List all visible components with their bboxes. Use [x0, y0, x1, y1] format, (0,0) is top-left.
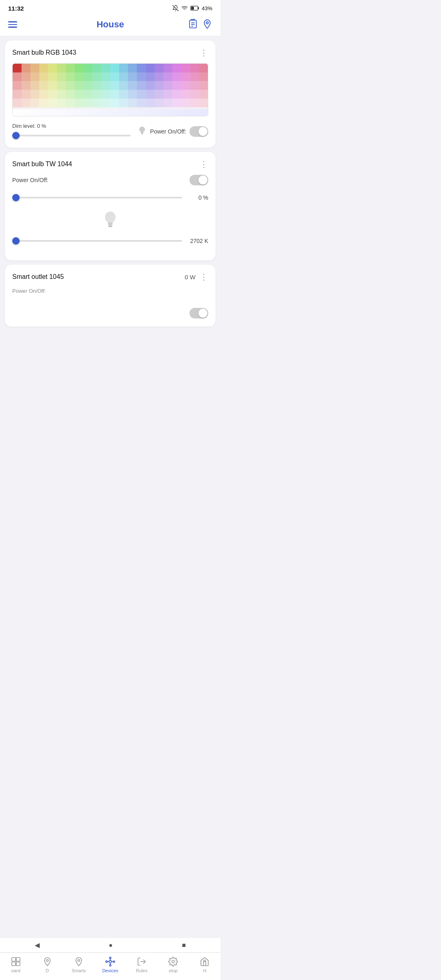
- card1-toggle-knob: [198, 127, 207, 136]
- svg-rect-16: [108, 225, 112, 227]
- card1-title: Smart bulb RGB 1043: [12, 49, 76, 56]
- card1-controls: Dim level: 0 % Power On/Off:: [12, 123, 208, 140]
- card3-more-options[interactable]: ⋮: [200, 272, 208, 282]
- power-label-wrap: Power On/Off:: [150, 128, 186, 135]
- card3-power-toggle[interactable]: [189, 308, 208, 318]
- svg-line-0: [173, 5, 179, 11]
- tw-bulb-icon: [100, 209, 120, 234]
- battery-percent: 43%: [202, 5, 212, 11]
- outlet-watt: 0 W: [185, 274, 196, 281]
- card3-content: Power On/Off:: [12, 287, 208, 308]
- card-rgb-bulb: Smart bulb RGB 1043 ⋮ Dim level: 0 %: [5, 40, 216, 148]
- dim-level-section: Dim level: 0 %: [12, 123, 131, 140]
- brightness-row: 0 %: [12, 194, 208, 202]
- color-temp-value: 2702 K: [188, 238, 208, 244]
- card1-more-options[interactable]: ⋮: [200, 48, 208, 58]
- brightness-track: [12, 197, 182, 198]
- card3-toggle-wrap: [12, 308, 208, 318]
- card3-header: Smart outlet 1045 0 W ⋮: [12, 272, 208, 282]
- hamburger-menu[interactable]: [8, 21, 17, 28]
- svg-rect-10: [141, 132, 143, 133]
- power-section: Power On/Off:: [137, 125, 208, 138]
- color-temp-track: [12, 240, 182, 242]
- status-time: 11:32: [8, 5, 24, 12]
- card3-toggle-knob: [198, 309, 207, 318]
- svg-rect-15: [108, 224, 113, 225]
- header-right: [188, 19, 212, 30]
- card1-power-label: Power On/Off:: [150, 128, 186, 135]
- svg-rect-17: [109, 226, 112, 227]
- svg-point-9: [139, 127, 145, 132]
- card1-power-toggle[interactable]: [189, 126, 208, 137]
- wifi-icon: [181, 5, 188, 11]
- card2-power-row: Power On/Off:: [12, 175, 208, 185]
- dim-track: [12, 135, 131, 136]
- card1-header: Smart bulb RGB 1043 ⋮: [12, 48, 208, 58]
- dim-slider[interactable]: [12, 131, 131, 140]
- battery-icon: [190, 5, 199, 11]
- card2-header: Smart bulb TW 1044 ⋮: [12, 159, 208, 169]
- card3-title: Smart outlet 1045: [12, 273, 64, 281]
- main-content: Smart bulb RGB 1043 ⋮ Dim level: 0 %: [0, 40, 220, 380]
- dim-thumb[interactable]: [12, 132, 20, 139]
- card-tw-bulb: Smart bulb TW 1044 ⋮ Power On/Off: 0 %: [5, 152, 216, 261]
- svg-rect-14: [108, 223, 113, 224]
- svg-rect-12: [141, 134, 143, 134]
- svg-rect-3: [198, 7, 199, 9]
- bulb-image-wrap: [12, 209, 208, 234]
- bulb-icon: [137, 125, 147, 138]
- svg-point-8: [206, 22, 208, 24]
- status-icons: 43%: [172, 5, 212, 11]
- header-left: [8, 21, 33, 28]
- svg-rect-4: [189, 20, 196, 28]
- brightness-value: 0 %: [188, 194, 208, 201]
- svg-rect-11: [141, 133, 143, 134]
- svg-point-13: [105, 212, 116, 223]
- app-header: House: [0, 15, 220, 36]
- color-palette[interactable]: [12, 63, 208, 116]
- location-icon[interactable]: [202, 19, 212, 30]
- clipboard-icon[interactable]: [188, 19, 198, 30]
- card2-power-toggle[interactable]: [189, 175, 208, 185]
- color-temp-slider[interactable]: [12, 237, 182, 245]
- card2-toggle-knob: [198, 176, 207, 185]
- bell-muted-icon: [172, 5, 179, 11]
- card-outlet: Smart outlet 1045 0 W ⋮ Power On/Off:: [5, 265, 216, 327]
- color-temp-row: 2702 K: [12, 237, 208, 245]
- card2-title: Smart bulb TW 1044: [12, 160, 72, 168]
- status-bar: 11:32 43%: [0, 0, 220, 15]
- brightness-slider[interactable]: [12, 194, 182, 202]
- color-temp-thumb[interactable]: [12, 237, 20, 245]
- dim-label: Dim level: 0 %: [12, 123, 131, 129]
- brightness-thumb[interactable]: [12, 194, 20, 201]
- card2-power-label: Power On/Off:: [12, 177, 48, 183]
- svg-rect-2: [191, 7, 194, 10]
- card3-header-right: 0 W ⋮: [185, 272, 208, 282]
- card2-more-options[interactable]: ⋮: [200, 159, 208, 169]
- card3-power-label: Power On/Off:: [12, 288, 46, 294]
- page-title: House: [33, 19, 188, 30]
